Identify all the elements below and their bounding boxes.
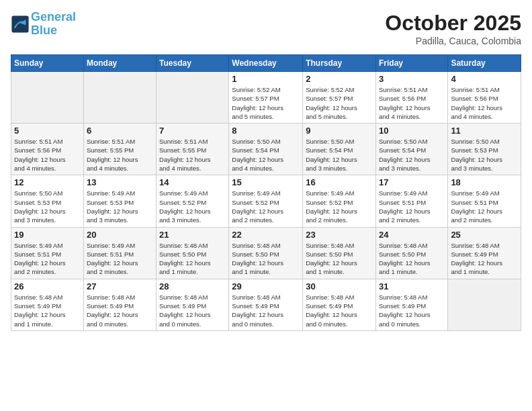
day-number: 20	[87, 230, 153, 240]
day-info: Sunrise: 5:48 AM Sunset: 5:49 PM Dayligh…	[159, 293, 226, 328]
day-info: Sunrise: 5:51 AM Sunset: 5:55 PM Dayligh…	[159, 137, 226, 173]
weekday-header-friday: Friday	[375, 55, 447, 72]
day-info: Sunrise: 5:49 AM Sunset: 5:52 PM Dayligh…	[232, 189, 300, 224]
weekday-header-saturday: Saturday	[448, 55, 521, 72]
day-info: Sunrise: 5:49 AM Sunset: 5:51 PM Dayligh…	[379, 189, 445, 224]
day-number: 2	[306, 74, 373, 84]
weekday-header-sunday: Sunday	[11, 55, 84, 72]
day-info: Sunrise: 5:48 AM Sunset: 5:50 PM Dayligh…	[159, 241, 226, 277]
calendar-cell: 20Sunrise: 5:49 AM Sunset: 5:51 PM Dayli…	[83, 227, 156, 279]
day-info: Sunrise: 5:50 AM Sunset: 5:54 PM Dayligh…	[379, 137, 445, 173]
month-title: October 2025	[385, 11, 521, 36]
day-info: Sunrise: 5:50 AM Sunset: 5:53 PM Dayligh…	[14, 189, 81, 224]
calendar-cell: 15Sunrise: 5:49 AM Sunset: 5:52 PM Dayli…	[229, 175, 303, 227]
day-info: Sunrise: 5:51 AM Sunset: 5:56 PM Dayligh…	[451, 85, 518, 121]
day-info: Sunrise: 5:49 AM Sunset: 5:51 PM Dayligh…	[14, 241, 81, 277]
weekday-header-thursday: Thursday	[303, 55, 376, 72]
calendar-week-1: 1Sunrise: 5:52 AM Sunset: 5:57 PM Daylig…	[11, 72, 521, 124]
day-info: Sunrise: 5:48 AM Sunset: 5:49 PM Dayligh…	[14, 293, 81, 328]
calendar-cell: 25Sunrise: 5:48 AM Sunset: 5:49 PM Dayli…	[448, 227, 521, 279]
calendar-cell: 5Sunrise: 5:51 AM Sunset: 5:56 PM Daylig…	[11, 124, 84, 175]
calendar-cell: 21Sunrise: 5:48 AM Sunset: 5:50 PM Dayli…	[157, 227, 229, 279]
day-number: 3	[379, 74, 445, 84]
day-info: Sunrise: 5:51 AM Sunset: 5:56 PM Dayligh…	[379, 85, 445, 121]
day-number: 23	[306, 230, 373, 240]
day-info: Sunrise: 5:49 AM Sunset: 5:52 PM Dayligh…	[306, 189, 373, 224]
title-block: October 2025 Padilla, Cauca, Colombia	[385, 11, 521, 46]
day-info: Sunrise: 5:49 AM Sunset: 5:51 PM Dayligh…	[451, 189, 518, 224]
calendar-cell: 23Sunrise: 5:48 AM Sunset: 5:50 PM Dayli…	[303, 227, 376, 279]
day-number: 6	[87, 126, 153, 136]
day-number: 22	[232, 230, 300, 240]
calendar-cell: 9Sunrise: 5:50 AM Sunset: 5:54 PM Daylig…	[303, 124, 376, 175]
calendar-week-4: 19Sunrise: 5:49 AM Sunset: 5:51 PM Dayli…	[11, 227, 521, 279]
day-number: 26	[14, 281, 81, 291]
day-info: Sunrise: 5:48 AM Sunset: 5:49 PM Dayligh…	[306, 293, 373, 328]
location: Padilla, Cauca, Colombia	[385, 36, 521, 46]
day-number: 25	[451, 230, 518, 240]
day-number: 11	[451, 126, 518, 136]
day-number: 16	[306, 177, 373, 187]
calendar-cell: 14Sunrise: 5:49 AM Sunset: 5:52 PM Dayli…	[157, 175, 229, 227]
day-info: Sunrise: 5:48 AM Sunset: 5:49 PM Dayligh…	[451, 241, 518, 277]
logo: General Blue	[11, 11, 76, 38]
day-number: 10	[379, 126, 445, 136]
calendar-week-5: 26Sunrise: 5:48 AM Sunset: 5:49 PM Dayli…	[11, 279, 521, 330]
calendar-cell	[157, 72, 229, 124]
day-info: Sunrise: 5:51 AM Sunset: 5:56 PM Dayligh…	[14, 137, 81, 173]
day-number: 12	[14, 177, 81, 187]
calendar-cell: 29Sunrise: 5:48 AM Sunset: 5:49 PM Dayli…	[229, 279, 303, 330]
logo-text: General Blue	[31, 11, 76, 38]
day-info: Sunrise: 5:52 AM Sunset: 5:57 PM Dayligh…	[306, 85, 373, 121]
day-number: 1	[232, 74, 300, 84]
day-info: Sunrise: 5:48 AM Sunset: 5:50 PM Dayligh…	[232, 241, 300, 277]
day-number: 5	[14, 126, 81, 136]
calendar-cell	[448, 279, 521, 330]
day-number: 31	[379, 281, 445, 291]
calendar-cell: 26Sunrise: 5:48 AM Sunset: 5:49 PM Dayli…	[11, 279, 84, 330]
weekday-header-monday: Monday	[83, 55, 156, 72]
day-info: Sunrise: 5:51 AM Sunset: 5:55 PM Dayligh…	[87, 137, 153, 173]
calendar-week-3: 12Sunrise: 5:50 AM Sunset: 5:53 PM Dayli…	[11, 175, 521, 227]
day-info: Sunrise: 5:48 AM Sunset: 5:50 PM Dayligh…	[379, 241, 445, 277]
calendar-cell: 22Sunrise: 5:48 AM Sunset: 5:50 PM Dayli…	[229, 227, 303, 279]
calendar-week-2: 5Sunrise: 5:51 AM Sunset: 5:56 PM Daylig…	[11, 124, 521, 175]
weekday-header-tuesday: Tuesday	[157, 55, 229, 72]
day-number: 27	[87, 281, 153, 291]
calendar-cell: 6Sunrise: 5:51 AM Sunset: 5:55 PM Daylig…	[83, 124, 156, 175]
calendar-cell: 18Sunrise: 5:49 AM Sunset: 5:51 PM Dayli…	[448, 175, 521, 227]
day-number: 8	[232, 126, 300, 136]
day-info: Sunrise: 5:50 AM Sunset: 5:54 PM Dayligh…	[306, 137, 373, 173]
day-number: 24	[379, 230, 445, 240]
day-info: Sunrise: 5:48 AM Sunset: 5:50 PM Dayligh…	[306, 241, 373, 277]
calendar-cell: 1Sunrise: 5:52 AM Sunset: 5:57 PM Daylig…	[229, 72, 303, 124]
calendar-table: SundayMondayTuesdayWednesdayThursdayFrid…	[11, 54, 521, 331]
calendar-cell: 27Sunrise: 5:48 AM Sunset: 5:49 PM Dayli…	[83, 279, 156, 330]
day-number: 18	[451, 177, 518, 187]
day-info: Sunrise: 5:50 AM Sunset: 5:53 PM Dayligh…	[451, 137, 518, 173]
weekday-header-wednesday: Wednesday	[229, 55, 303, 72]
day-number: 28	[159, 281, 226, 291]
calendar-cell: 19Sunrise: 5:49 AM Sunset: 5:51 PM Dayli…	[11, 227, 84, 279]
calendar-cell: 10Sunrise: 5:50 AM Sunset: 5:54 PM Dayli…	[375, 124, 447, 175]
day-number: 19	[14, 230, 81, 240]
day-info: Sunrise: 5:52 AM Sunset: 5:57 PM Dayligh…	[232, 85, 300, 121]
calendar-cell: 12Sunrise: 5:50 AM Sunset: 5:53 PM Dayli…	[11, 175, 84, 227]
day-info: Sunrise: 5:48 AM Sunset: 5:49 PM Dayligh…	[232, 293, 300, 328]
calendar-cell: 31Sunrise: 5:48 AM Sunset: 5:49 PM Dayli…	[375, 279, 447, 330]
calendar-cell: 8Sunrise: 5:50 AM Sunset: 5:54 PM Daylig…	[229, 124, 303, 175]
day-number: 9	[306, 126, 373, 136]
calendar-cell: 17Sunrise: 5:49 AM Sunset: 5:51 PM Dayli…	[375, 175, 447, 227]
svg-rect-0	[11, 15, 28, 32]
calendar-cell: 13Sunrise: 5:49 AM Sunset: 5:53 PM Dayli…	[83, 175, 156, 227]
day-number: 14	[159, 177, 226, 187]
calendar-cell: 4Sunrise: 5:51 AM Sunset: 5:56 PM Daylig…	[448, 72, 521, 124]
day-info: Sunrise: 5:49 AM Sunset: 5:52 PM Dayligh…	[159, 189, 226, 224]
day-number: 15	[232, 177, 300, 187]
calendar-cell: 7Sunrise: 5:51 AM Sunset: 5:55 PM Daylig…	[157, 124, 229, 175]
day-info: Sunrise: 5:48 AM Sunset: 5:49 PM Dayligh…	[379, 293, 445, 328]
day-number: 17	[379, 177, 445, 187]
day-info: Sunrise: 5:50 AM Sunset: 5:54 PM Dayligh…	[232, 137, 300, 173]
calendar-cell	[83, 72, 156, 124]
day-number: 13	[87, 177, 153, 187]
